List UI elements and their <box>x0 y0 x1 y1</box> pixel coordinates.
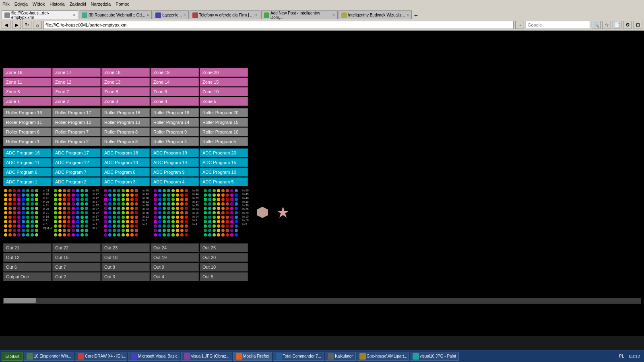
adc-btn-10[interactable]: ADC Program 10 <box>200 168 248 177</box>
fullscreen-button[interactable]: ⊡ <box>634 21 642 29</box>
scroll-area[interactable] <box>3 298 641 304</box>
roller-btn-15[interactable]: Roller Program 15 <box>200 118 248 127</box>
start-button[interactable]: ⊞ Start <box>2 352 23 361</box>
tab-close-5[interactable]: × <box>407 13 409 17</box>
roller-btn-3[interactable]: Roller Program 3 <box>101 137 150 146</box>
adc-btn-5[interactable]: ADC Program 5 <box>200 177 248 186</box>
out-btn-2[interactable]: Out 2 <box>52 272 101 281</box>
zone-btn-6[interactable]: Zone 6 <box>3 87 52 96</box>
tab-1[interactable]: (8) Roundcube Webmail :: Od... × <box>79 10 152 19</box>
zone-btn-2[interactable]: Zone 2 <box>52 97 101 106</box>
taskbar-explorer[interactable]: 10 Eksplorator Win... <box>24 352 74 361</box>
tab-0[interactable]: file:///G:/e-hous...rter-emptypx.xml × <box>2 10 78 19</box>
menu-zakladki[interactable]: Zakładki <box>70 2 86 6</box>
adc-btn-6[interactable]: ADC Program 6 <box>3 168 52 177</box>
out-btn-18[interactable]: Out 18 <box>101 253 150 262</box>
taskbar-xml[interactable]: G:\e-house\XML\part... <box>357 352 409 361</box>
zone-btn-17[interactable]: Zone 17 <box>52 68 101 77</box>
zone-btn-15[interactable]: Zone 15 <box>200 78 248 86</box>
roller-btn-1[interactable]: Roller Program 1 <box>3 137 52 146</box>
out-btn-23[interactable]: Out 23 <box>101 243 150 252</box>
zone-btn-20[interactable]: Zone 20 <box>200 68 248 77</box>
roller-btn-16[interactable]: Roller Program 16 <box>3 108 52 117</box>
zone-btn-8[interactable]: Zone 8 <box>101 87 150 96</box>
tab-close-1[interactable]: × <box>147 13 149 17</box>
adc-btn-1[interactable]: ADC Program 1 <box>3 177 52 186</box>
taskbar-vb[interactable]: Microsoft Visual Basic... <box>128 352 180 361</box>
adc-btn-3[interactable]: ADC Program 3 <box>101 177 150 186</box>
tab-4[interactable]: Add New Post ‹ Inteligentny Dom,... × <box>261 10 338 19</box>
adc-btn-16[interactable]: ADC Program 16 <box>3 148 52 157</box>
roller-btn-2[interactable]: Roller Program 2 <box>52 137 101 146</box>
roller-btn-20[interactable]: Roller Program 20 <box>200 108 248 117</box>
out-btn-5[interactable]: Out 5 <box>200 272 248 281</box>
adc-btn-13[interactable]: ADC Program 13 <box>101 158 150 167</box>
out-btn-6[interactable]: Out 6 <box>3 263 52 272</box>
zone-btn-4[interactable]: Zone 4 <box>151 97 199 106</box>
out-btn-8[interactable]: Out 8 <box>101 263 150 272</box>
forward-button[interactable]: ▶ <box>12 21 21 29</box>
zone-btn-14[interactable]: Zone 14 <box>151 78 199 86</box>
adc-btn-17[interactable]: ADC Program 17 <box>52 148 101 157</box>
tab-close-0[interactable]: × <box>73 13 75 17</box>
zone-btn-16[interactable]: Zone 16 <box>3 68 52 77</box>
out-btn-4[interactable]: Out 4 <box>151 272 199 281</box>
taskbar-firefox[interactable]: Mozilla Firefox <box>233 352 272 361</box>
out-btn-20[interactable]: Out 20 <box>200 253 248 262</box>
tab-close-3[interactable]: × <box>255 13 258 17</box>
bookmark-star[interactable]: ☆ <box>602 21 611 29</box>
roller-btn-17[interactable]: Roller Program 17 <box>52 108 101 117</box>
adc-btn-4[interactable]: ADC Program 4 <box>151 177 199 186</box>
zone-btn-7[interactable]: Zone 7 <box>52 87 101 96</box>
bookmark-list[interactable]: 📑 <box>613 21 621 29</box>
address-bar[interactable] <box>43 21 514 29</box>
out-btn-3[interactable]: Out 3 <box>101 272 150 281</box>
roller-btn-4[interactable]: Roller Program 4 <box>151 137 199 146</box>
adc-btn-15[interactable]: ADC Program 15 <box>200 158 248 167</box>
out-btn-25[interactable]: Out 25 <box>200 243 248 252</box>
roller-btn-10[interactable]: Roller Program 10 <box>200 128 248 136</box>
roller-btn-8[interactable]: Roller Program 8 <box>101 128 150 136</box>
adc-btn-18[interactable]: ADC Program 18 <box>101 148 150 157</box>
adc-btn-12[interactable]: ADC Program 12 <box>52 158 101 167</box>
new-tab-button[interactable]: + <box>413 12 419 19</box>
menu-edycja[interactable]: Edycja <box>14 2 28 6</box>
zone-btn-13[interactable]: Zone 13 <box>101 78 150 86</box>
home-button[interactable]: ⌂ <box>33 21 42 29</box>
tab-3[interactable]: Telefony w ofercie dla Firm | ... × <box>190 10 260 19</box>
roller-btn-6[interactable]: Roller Program 6 <box>3 128 52 136</box>
zone-btn-18[interactable]: Zone 18 <box>101 68 150 77</box>
out-btn-12[interactable]: Out 12 <box>3 253 52 262</box>
zone-btn-5[interactable]: Zone 5 <box>200 97 248 106</box>
roller-btn-14[interactable]: Roller Program 14 <box>151 118 199 127</box>
menu-historia[interactable]: Historia <box>50 2 64 6</box>
taskbar-corel[interactable]: CorelDRAW X4 - [G:\... <box>75 352 127 361</box>
out-btn-21[interactable]: Out 21 <box>3 243 52 252</box>
adc-btn-20[interactable]: ADC Program 20 <box>200 148 248 157</box>
taskbar-tc[interactable]: Total Commander 7... <box>273 352 324 361</box>
taskbar-paint[interactable]: visual10.JPG - Paint <box>410 352 459 361</box>
out-btn-9[interactable]: Out 9 <box>151 263 199 272</box>
menu-widok[interactable]: Widok <box>33 2 45 6</box>
roller-btn-13[interactable]: Roller Program 13 <box>101 118 150 127</box>
roller-btn-12[interactable]: Roller Program 12 <box>52 118 101 127</box>
zone-btn-11[interactable]: Zone 11 <box>3 78 52 86</box>
taskbar-calc[interactable]: Kalkulator <box>325 352 355 361</box>
adc-btn-19[interactable]: ADC Program 19 <box>151 148 199 157</box>
search-input[interactable] <box>526 21 590 29</box>
out-btn-10[interactable]: Out 10 <box>200 263 248 272</box>
roller-btn-7[interactable]: Roller Program 7 <box>52 128 101 136</box>
adc-btn-8[interactable]: ADC Program 8 <box>101 168 150 177</box>
search-button[interactable]: 🔍 <box>592 21 601 29</box>
roller-btn-11[interactable]: Roller Program 11 <box>3 118 52 127</box>
out-btn-24[interactable]: Out 24 <box>151 243 199 252</box>
settings-button[interactable]: ⚙ <box>623 21 632 29</box>
scroll-thumb[interactable] <box>4 298 36 303</box>
out-btn-one[interactable]: Output One <box>3 272 52 281</box>
roller-btn-5[interactable]: Roller Program 5 <box>200 137 248 146</box>
adc-btn-9[interactable]: ADC Program 9 <box>151 168 199 177</box>
adc-btn-7[interactable]: ADC Program 7 <box>52 168 101 177</box>
back-button[interactable]: ◀ <box>2 21 10 29</box>
out-btn-22[interactable]: Out 22 <box>52 243 101 252</box>
adc-btn-2[interactable]: ADC Program 2 <box>52 177 101 186</box>
